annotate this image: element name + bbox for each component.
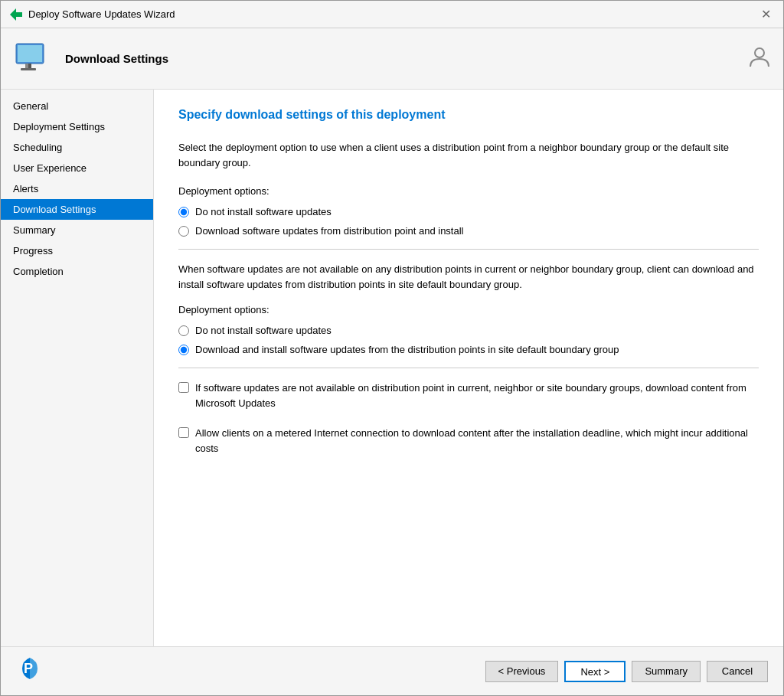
previous-button[interactable]: < Previous <box>485 661 559 682</box>
content-area: General Deployment Settings Scheduling U… <box>1 90 783 646</box>
wizard-window: Deploy Software Updates Wizard ✕ Downloa… <box>0 0 784 696</box>
sidebar-item-summary[interactable]: Summary <box>1 220 153 240</box>
svg-text:P: P <box>24 661 33 676</box>
radio1-option1-label[interactable]: Do not install software updates <box>195 206 332 217</box>
radio1-option1-input[interactable] <box>178 207 189 217</box>
radio2-option1-label[interactable]: Do not install software updates <box>195 325 332 336</box>
main-content: Specify download settings of this deploy… <box>154 90 783 646</box>
person-icon <box>748 45 771 73</box>
title-bar-left: Deploy Software Updates Wizard <box>10 8 175 21</box>
info-text: When software updates are not available … <box>178 262 759 292</box>
svg-rect-4 <box>21 68 36 70</box>
computer-icon <box>13 39 53 79</box>
section2-label: Deployment options: <box>178 304 759 315</box>
footer-logo: P <box>16 655 44 688</box>
sidebar-item-user-experience[interactable]: User Experience <box>1 158 153 178</box>
footer-area: P < Previous Next > Summary Cancel <box>1 646 783 695</box>
sidebar-item-scheduling[interactable]: Scheduling <box>1 137 153 158</box>
radio2-option2-item: Download and install software updates fr… <box>178 344 759 355</box>
radio1-option2-item: Download software updates from distribut… <box>178 225 759 237</box>
window-title: Deploy Software Updates Wizard <box>28 8 175 20</box>
sidebar-item-download-settings[interactable]: Download Settings <box>1 199 153 220</box>
divider-1 <box>178 249 759 250</box>
sidebar-item-alerts[interactable]: Alerts <box>1 178 153 199</box>
sidebar-item-deployment-settings[interactable]: Deployment Settings <box>1 116 153 137</box>
cancel-button[interactable]: Cancel <box>707 661 768 682</box>
next-button[interactable]: Next > <box>564 661 626 682</box>
arrow-icon <box>10 8 22 21</box>
radio2-option1-item: Do not install software updates <box>178 325 759 336</box>
sidebar-item-progress[interactable]: Progress <box>1 240 153 261</box>
svg-marker-0 <box>10 8 22 21</box>
title-bar: Deploy Software Updates Wizard ✕ <box>1 1 783 28</box>
header-area: Download Settings <box>1 28 783 90</box>
radio-group-1: Do not install software updates Download… <box>178 206 759 237</box>
svg-point-6 <box>755 48 764 57</box>
checkbox1-item: If software updates are not available on… <box>178 381 759 410</box>
checkbox1-input[interactable] <box>178 382 189 393</box>
header-title: Download Settings <box>65 52 168 65</box>
checkbox2-label[interactable]: Allow clients on a metered Internet conn… <box>195 426 759 456</box>
radio-group-2: Do not install software updates Download… <box>178 325 759 355</box>
sidebar-item-completion[interactable]: Completion <box>1 261 153 282</box>
checkbox1-label[interactable]: If software updates are not available on… <box>195 381 759 410</box>
description-text: Select the deployment option to use when… <box>178 140 759 170</box>
section1-label: Deployment options: <box>178 185 759 197</box>
radio2-option2-input[interactable] <box>178 345 189 355</box>
main-panel: Specify download settings of this deploy… <box>154 90 783 646</box>
radio1-option2-input[interactable] <box>178 226 189 237</box>
checkbox2-item: Allow clients on a metered Internet conn… <box>178 426 759 456</box>
radio2-option1-input[interactable] <box>178 325 189 336</box>
divider-2 <box>178 368 759 368</box>
summary-button[interactable]: Summary <box>632 661 701 682</box>
svg-rect-5 <box>28 64 31 68</box>
dp-logo-icon: P <box>16 655 44 682</box>
svg-rect-2 <box>18 45 42 62</box>
radio1-option1-item: Do not install software updates <box>178 206 759 217</box>
sidebar: General Deployment Settings Scheduling U… <box>1 90 154 646</box>
close-button[interactable]: ✕ <box>758 7 774 21</box>
page-title: Specify download settings of this deploy… <box>178 108 759 122</box>
radio1-option2-label[interactable]: Download software updates from distribut… <box>195 225 463 237</box>
checkbox2-input[interactable] <box>178 427 189 438</box>
sidebar-item-general[interactable]: General <box>1 96 153 116</box>
radio2-option2-label[interactable]: Download and install software updates fr… <box>195 344 619 355</box>
